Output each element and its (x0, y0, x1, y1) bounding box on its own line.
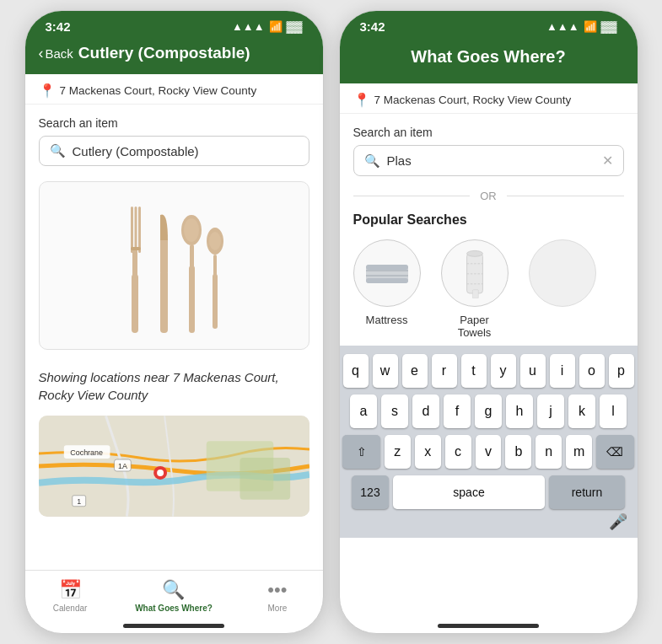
popular-searches-title: Popular Searches (353, 212, 624, 228)
search-box-2[interactable]: 🔍 Plas ✕ (353, 145, 624, 176)
or-line-right (507, 196, 624, 196)
keyboard-bottom-row: 123 space return (343, 475, 634, 509)
key-t[interactable]: t (461, 354, 487, 388)
mattress-label: Mattress (366, 314, 408, 326)
status-bar-2: 3:42 ▲▲▲ 📶 ▓▓ (340, 11, 638, 39)
wifi-icon-1: 📶 (269, 20, 283, 33)
search-value-2: Plas (387, 153, 595, 168)
key-r[interactable]: r (432, 354, 457, 388)
keyboard-row-2: a s d f g h j k l (343, 394, 634, 428)
svg-text:1A: 1A (117, 462, 126, 470)
svg-rect-28 (366, 265, 408, 270)
home-indicator-2 (340, 618, 638, 633)
signal-icon-1: ▲▲▲ (232, 20, 265, 33)
battery-icon-1: ▓▓ (287, 20, 303, 33)
home-bar-1 (123, 624, 224, 628)
more-icon: ••• (267, 579, 287, 601)
key-s[interactable]: s (381, 394, 408, 428)
location-row-2: 📍 7 Mackenas Court, Rocky View County (340, 83, 638, 114)
key-z[interactable]: z (385, 435, 411, 469)
num-key[interactable]: 123 (352, 475, 389, 509)
time-1: 3:42 (46, 19, 71, 34)
clear-button[interactable]: ✕ (602, 153, 613, 169)
svg-rect-3 (135, 207, 137, 253)
key-p[interactable]: p (609, 354, 634, 388)
content-2: Search an item 🔍 Plas ✕ OR Popular Searc… (340, 114, 638, 618)
back-label: Back (46, 46, 73, 61)
svg-rect-12 (213, 274, 218, 329)
return-key[interactable]: return (549, 475, 625, 509)
nav-more[interactable]: ••• More (252, 579, 303, 613)
or-divider: OR (340, 183, 638, 209)
key-j[interactable]: j (537, 394, 564, 428)
search-icon-2: 🔍 (364, 153, 380, 169)
svg-rect-29 (366, 278, 408, 283)
map-area[interactable]: Cochrane 1A 1 (39, 416, 309, 517)
nav-more-label: More (268, 604, 288, 613)
backspace-key[interactable]: ⌫ (596, 435, 633, 469)
key-g[interactable]: g (475, 394, 502, 428)
key-q[interactable]: q (343, 354, 369, 388)
mic-row: 🎤 (343, 513, 634, 534)
key-v[interactable]: v (476, 435, 502, 469)
svg-rect-8 (189, 266, 195, 333)
mic-icon[interactable]: 🎤 (609, 513, 627, 531)
item-image-area (39, 181, 309, 350)
shift-key[interactable]: ⇧ (342, 435, 379, 469)
popular-item-paper-towels[interactable]: PaperTowels (441, 239, 509, 339)
header-2: What Goes Where? (340, 39, 638, 83)
key-b[interactable]: b (505, 435, 531, 469)
space-key[interactable]: space (393, 475, 545, 509)
popular-item-partial[interactable] (529, 239, 596, 339)
key-i[interactable]: i (550, 354, 575, 388)
page-title-1: Cutlery (Compostable) (78, 44, 250, 62)
content-1: Search an item 🔍 Cutlery (Compostable) (25, 105, 323, 570)
signal-icon-2: ▲▲▲ (546, 20, 579, 33)
phone-2: 3:42 ▲▲▲ 📶 ▓▓ What Goes Where? 📍 7 Macke… (339, 10, 638, 634)
showing-locations-text: Showing locations near 7 Mackenas Court,… (39, 368, 309, 404)
header-1: ‹ Back Cutlery (Compostable) (25, 39, 323, 74)
nav-calendar-label: Calendar (53, 604, 88, 613)
key-m[interactable]: m (566, 435, 592, 469)
location-address-2: 7 Mackenas Court, Rocky View County (374, 94, 572, 106)
back-button[interactable]: ‹ Back (39, 46, 73, 61)
svg-rect-6 (160, 270, 168, 333)
key-d[interactable]: d (412, 394, 439, 428)
popular-items-list: Mattress (353, 239, 624, 339)
key-c[interactable]: c (445, 435, 471, 469)
location-pin-icon-1: 📍 (39, 83, 56, 99)
search-box-1[interactable]: 🔍 Cutlery (Compostable) (39, 136, 309, 166)
nav-calendar[interactable]: 📅 Calendar (45, 579, 95, 613)
popular-item-mattress[interactable]: Mattress (353, 239, 421, 339)
partial-circle (529, 239, 596, 307)
search-label-1: Search an item (39, 116, 309, 130)
mattress-circle (353, 239, 421, 307)
key-o[interactable]: o (579, 354, 605, 388)
key-u[interactable]: u (520, 354, 546, 388)
page-title-2: What Goes Where? (353, 44, 624, 72)
search-value-1: Cutlery (Compostable) (73, 144, 299, 158)
or-text: OR (480, 190, 497, 202)
status-icons-1: ▲▲▲ 📶 ▓▓ (232, 20, 303, 33)
nav-what-goes-where[interactable]: 🔍 What Goes Where? (135, 579, 213, 613)
svg-rect-5 (131, 247, 141, 250)
key-e[interactable]: e (402, 354, 428, 388)
paper-towels-circle (441, 239, 509, 307)
key-y[interactable]: y (491, 354, 516, 388)
map-image: Cochrane 1A 1 (39, 416, 309, 517)
svg-point-36 (466, 250, 482, 256)
svg-rect-37 (472, 290, 478, 298)
key-n[interactable]: n (536, 435, 562, 469)
svg-text:1: 1 (77, 497, 81, 506)
key-f[interactable]: f (444, 394, 471, 428)
key-k[interactable]: k (568, 394, 595, 428)
key-w[interactable]: w (373, 354, 398, 388)
key-x[interactable]: x (415, 435, 441, 469)
status-bar-1: 3:42 ▲▲▲ 📶 ▓▓ (25, 11, 323, 39)
key-a[interactable]: a (350, 394, 377, 428)
key-h[interactable]: h (506, 394, 533, 428)
bottom-nav-1: 📅 Calendar 🔍 What Goes Where? ••• More (25, 570, 323, 618)
key-l[interactable]: l (600, 394, 627, 428)
svg-rect-18 (240, 458, 290, 500)
search-label-2: Search an item (353, 126, 624, 139)
